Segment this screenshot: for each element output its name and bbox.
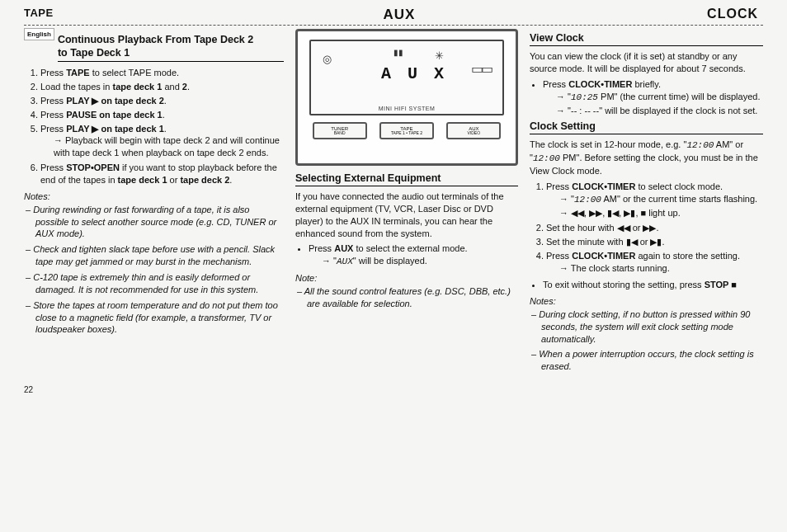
text: PM" (the current time) will be displayed… [598,92,760,101]
note-1: During rewinding or fast forwarding of a… [35,204,284,241]
header-clock: CLOCK [519,7,763,23]
text: PLAY ▶ on tape deck 1 [66,124,164,134]
current-time-displayed: "10:25 PM" (the current time) will be di… [556,91,763,104]
device-btn-tuner: TUNER BAND [313,122,367,139]
cs-note-1: During clock setting, if no button is pr… [541,308,763,346]
text: PM". Before setting the clock, you must … [530,153,758,176]
device-btn-aux: AUX VIDEO [446,122,501,139]
cs-step-1-sub1: "12:00 AM" or the current time starts fl… [559,193,763,205]
title-line2: to Tape Deck 1 [58,47,130,59]
text: . [164,96,167,106]
text: . [187,82,190,92]
step-6: Press STOP•OPEN if you want to stop play… [40,162,284,186]
text: CLOCK•TIMER [568,79,632,89]
seg: 12:00 [686,140,714,150]
clock-not-set: "-- : -- --" will be displayed if the cl… [556,105,763,117]
rect-icon: ▭▭ [471,61,491,77]
text: To exit without storing the setting, pre… [543,280,705,290]
external-equip-steps: Press AUX to select the external mode. "… [295,242,518,268]
step-5: Press PLAY ▶ on tape deck 1. Playback wi… [40,123,284,158]
clock-setting-intro: The clock is set in 12-hour mode, e.g. "… [530,139,763,177]
text: . [164,124,167,134]
text: Press [40,96,66,106]
text: AUX [334,243,353,253]
text: again to store the setting. [635,251,740,261]
notes-list: During rewinding or fast forwarding of a… [24,204,284,336]
section-continuous-playback-title: Continuous Playback From Tape Deck 2 to … [58,34,284,62]
step-5-sub: Playback will begin with tape deck 2 and… [54,134,284,158]
text: Press [543,79,568,89]
fan-icon: ✳ [435,49,444,62]
text: Press [546,181,572,191]
text: BAND [319,131,361,135]
aux-note: All the sound control features (e.g. DSC… [307,285,518,310]
text: . [229,175,232,185]
text: to select clock mode. [635,181,723,191]
seg: 10:25 [571,92,598,102]
text: tape deck 2 [180,175,229,185]
text: Press [40,68,66,78]
text: Press [40,110,66,120]
cs-note-2: When a power interruption occurs, the cl… [541,348,763,373]
text: VIDEO [453,131,494,135]
device-buttons: TUNER BAND TAPE TAPE 1 • TAPE 2 AUX VIDE… [298,119,516,143]
header-tape: TAPE [24,7,280,23]
column-tape: English Continuous Playback From Tape De… [24,29,284,394]
cs-step-1-sub2: ◀◀, ▶▶, ▮◀, ▶▮, ■ light up. [559,207,763,219]
note-2: Check and tighten slack tape before use … [35,243,284,268]
text: CLOCK•TIMER [572,251,635,261]
lcd-screen: ◎ ▮▮ ✳ ▭▭ A U X MINI HIFI SYSTEM [309,40,504,115]
seg-text: AUX [337,257,353,266]
text: Press [546,251,572,261]
cs-step-4-sub: The clock starts running. [559,262,763,274]
text: CLOCK•TIMER [572,181,635,191]
cs-step-1: Press CLOCK•TIMER to select clock mode. … [546,181,763,219]
step-2: Load the tapes in tape deck 1 and 2. [40,81,284,93]
cs-notes-label: Notes: [530,296,763,306]
text: PAUSE on tape deck 1 [66,110,163,120]
cs-step-4: Press CLOCK•TIMER again to store the set… [546,250,763,274]
cs-step-2: Set the hour with ◀◀ or ▶▶. [546,222,763,234]
lcd-text: A U X [381,64,447,83]
column-clock: View Clock You can view the clock (if it… [530,29,763,394]
section-clock-setting-title: Clock Setting [530,120,763,134]
header-aux: AUX [280,7,519,23]
bars-icon: ▮▮ [394,48,403,57]
text: Load the tapes in [40,82,112,92]
text: or [167,175,181,185]
note-3: C-120 tape is extremely thin and is easi… [35,271,284,296]
cs-step-3: Set the minute with ▮◀ or ▶▮. [546,236,763,248]
press-aux: Press AUX to select the external mode. "… [309,242,518,268]
column-aux: ◎ ▮▮ ✳ ▭▭ A U X MINI HIFI SYSTEM TUNER B… [295,29,518,394]
cd-icon: ◎ [323,53,332,65]
device-illustration: ◎ ▮▮ ✳ ▭▭ A U X MINI HIFI SYSTEM TUNER B… [295,29,518,166]
text: briefly. [632,79,661,89]
text: " will be displayed. [353,256,427,266]
text: Press [40,124,66,134]
language-tab: English [24,28,54,40]
text: to select TAPE mode. [90,68,179,78]
title-line1: Continuous Playback From Tape Deck 2 [58,34,253,45]
text: and [162,82,181,92]
text: AM" or the current time starts flashing. [601,194,757,204]
text: to select the external mode. [353,243,467,253]
page-number: 22 [24,385,284,394]
aux-displayed: "AUX" will be displayed. [322,255,518,268]
section-external-equipment-title: Selecting External Equipment [295,172,518,186]
device-btn-tape: TAPE TAPE 1 • TAPE 2 [379,122,434,139]
header-row: TAPE AUX CLOCK [24,7,763,26]
exit-without-store: To exit without storing the setting, pre… [543,279,763,291]
note-4: Store the tapes at room temperature and … [35,299,284,337]
text: . [163,110,165,120]
text: STOP•OPEN [66,162,120,172]
text: Press [309,243,334,253]
text: STOP ■ [705,280,737,290]
external-equip-intro: If you have connected the audio out term… [295,191,518,239]
text: The clock is set in 12-hour mode, e.g. " [530,139,686,149]
playback-steps: Press TAPE to select TAPE mode. Load the… [24,67,284,186]
text: Press [40,162,66,172]
lcd-subtitle: MINI HIFI SYSTEM [311,106,502,111]
text: tape deck 1 [118,175,167,185]
seg: 12:00 [533,153,560,163]
text: PLAY ▶ on tape deck 2 [66,96,164,106]
